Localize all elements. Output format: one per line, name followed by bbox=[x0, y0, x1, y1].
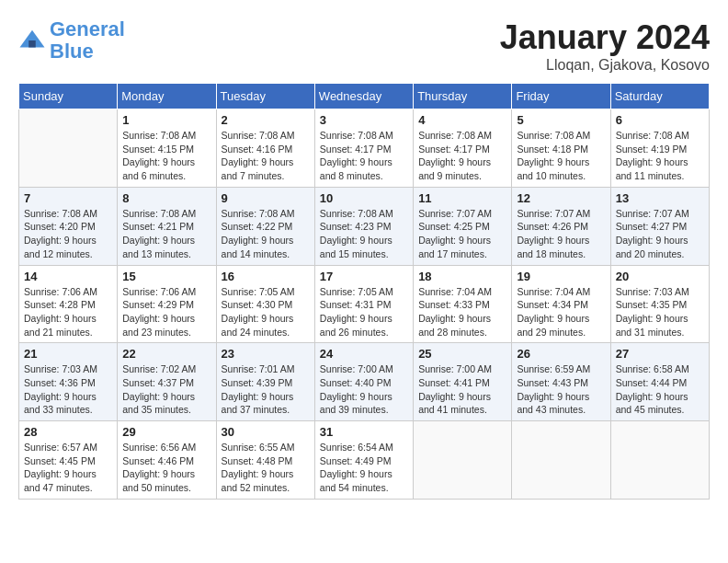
svg-rect-1 bbox=[28, 40, 36, 48]
day-number: 29 bbox=[122, 425, 210, 439]
day-info: Sunrise: 7:08 AMSunset: 4:17 PMDaylight:… bbox=[418, 129, 506, 183]
calendar-cell bbox=[19, 109, 118, 188]
logo-text: General Blue bbox=[50, 18, 125, 63]
day-info: Sunrise: 7:07 AMSunset: 4:26 PMDaylight:… bbox=[517, 207, 605, 261]
title-block: January 2024 Lloqan, Gjakova, Kosovo bbox=[500, 18, 710, 74]
day-number: 1 bbox=[122, 113, 210, 127]
calendar-cell: 26Sunrise: 6:59 AMSunset: 4:43 PMDayligh… bbox=[512, 343, 610, 421]
calendar-cell: 29Sunrise: 6:56 AMSunset: 4:46 PMDayligh… bbox=[118, 421, 216, 500]
calendar-cell bbox=[414, 421, 512, 500]
calendar-cell: 1Sunrise: 7:08 AMSunset: 4:15 PMDaylight… bbox=[118, 109, 216, 188]
calendar-cell: 6Sunrise: 7:08 AMSunset: 4:19 PMDaylight… bbox=[610, 109, 709, 188]
day-of-week-header: Tuesday bbox=[216, 84, 314, 109]
calendar-cell: 9Sunrise: 7:08 AMSunset: 4:22 PMDaylight… bbox=[216, 187, 314, 265]
day-info: Sunrise: 7:08 AMSunset: 4:18 PMDaylight:… bbox=[517, 129, 605, 183]
day-info: Sunrise: 7:08 AMSunset: 4:16 PMDaylight:… bbox=[222, 129, 310, 183]
calendar-week-row: 21Sunrise: 7:03 AMSunset: 4:36 PMDayligh… bbox=[19, 343, 710, 421]
day-number: 13 bbox=[616, 191, 704, 205]
day-of-week-header: Saturday bbox=[610, 84, 709, 109]
day-number: 5 bbox=[517, 113, 605, 127]
day-info: Sunrise: 7:08 AMSunset: 4:23 PMDaylight:… bbox=[320, 207, 408, 261]
day-number: 27 bbox=[616, 347, 704, 361]
day-number: 10 bbox=[320, 191, 408, 205]
calendar-cell: 3Sunrise: 7:08 AMSunset: 4:17 PMDaylight… bbox=[314, 109, 413, 188]
day-info: Sunrise: 7:07 AMSunset: 4:25 PMDaylight:… bbox=[418, 207, 506, 261]
day-info: Sunrise: 6:59 AMSunset: 4:43 PMDaylight:… bbox=[517, 362, 605, 417]
calendar-cell: 28Sunrise: 6:57 AMSunset: 4:45 PMDayligh… bbox=[19, 421, 118, 500]
day-number: 31 bbox=[320, 425, 408, 439]
day-info: Sunrise: 7:08 AMSunset: 4:20 PMDaylight:… bbox=[24, 207, 112, 261]
calendar-week-row: 14Sunrise: 7:06 AMSunset: 4:28 PMDayligh… bbox=[19, 265, 710, 343]
calendar-cell: 8Sunrise: 7:08 AMSunset: 4:21 PMDaylight… bbox=[118, 187, 216, 265]
day-number: 18 bbox=[418, 270, 506, 283]
calendar-cell: 7Sunrise: 7:08 AMSunset: 4:20 PMDaylight… bbox=[19, 187, 118, 265]
calendar-cell: 20Sunrise: 7:03 AMSunset: 4:35 PMDayligh… bbox=[610, 265, 709, 343]
calendar-cell: 16Sunrise: 7:05 AMSunset: 4:30 PMDayligh… bbox=[216, 265, 314, 343]
calendar-cell: 22Sunrise: 7:02 AMSunset: 4:37 PMDayligh… bbox=[118, 343, 216, 421]
calendar-cell: 21Sunrise: 7:03 AMSunset: 4:36 PMDayligh… bbox=[19, 343, 118, 421]
day-info: Sunrise: 7:05 AMSunset: 4:30 PMDaylight:… bbox=[222, 285, 310, 339]
day-info: Sunrise: 6:54 AMSunset: 4:49 PMDaylight:… bbox=[320, 441, 408, 495]
calendar-cell: 18Sunrise: 7:04 AMSunset: 4:33 PMDayligh… bbox=[414, 265, 512, 343]
calendar-cell: 23Sunrise: 7:01 AMSunset: 4:39 PMDayligh… bbox=[216, 343, 314, 421]
calendar-cell: 27Sunrise: 6:58 AMSunset: 4:44 PMDayligh… bbox=[610, 343, 709, 421]
day-of-week-header: Monday bbox=[118, 84, 216, 109]
calendar-cell: 17Sunrise: 7:05 AMSunset: 4:31 PMDayligh… bbox=[314, 265, 413, 343]
day-info: Sunrise: 7:08 AMSunset: 4:21 PMDaylight:… bbox=[122, 207, 210, 261]
calendar-cell: 14Sunrise: 7:06 AMSunset: 4:28 PMDayligh… bbox=[19, 265, 118, 343]
day-number: 30 bbox=[222, 425, 310, 439]
day-number: 14 bbox=[24, 270, 112, 283]
day-number: 19 bbox=[517, 270, 605, 283]
calendar-cell: 12Sunrise: 7:07 AMSunset: 4:26 PMDayligh… bbox=[512, 187, 610, 265]
calendar-header-row: SundayMondayTuesdayWednesdayThursdayFrid… bbox=[19, 84, 710, 109]
calendar-cell bbox=[512, 421, 610, 500]
logo: General Blue bbox=[18, 18, 125, 63]
day-number: 8 bbox=[122, 191, 210, 205]
day-number: 24 bbox=[320, 347, 408, 361]
day-info: Sunrise: 6:57 AMSunset: 4:45 PMDaylight:… bbox=[24, 441, 112, 495]
day-info: Sunrise: 7:00 AMSunset: 4:41 PMDaylight:… bbox=[418, 362, 506, 417]
day-info: Sunrise: 7:07 AMSunset: 4:27 PMDaylight:… bbox=[616, 207, 704, 261]
day-number: 17 bbox=[320, 270, 408, 283]
day-info: Sunrise: 6:58 AMSunset: 4:44 PMDaylight:… bbox=[616, 362, 704, 417]
day-of-week-header: Wednesday bbox=[314, 84, 413, 109]
calendar-cell: 24Sunrise: 7:00 AMSunset: 4:40 PMDayligh… bbox=[314, 343, 413, 421]
calendar-cell: 15Sunrise: 7:06 AMSunset: 4:29 PMDayligh… bbox=[118, 265, 216, 343]
day-number: 15 bbox=[122, 270, 210, 283]
day-number: 2 bbox=[222, 113, 310, 127]
calendar-cell: 4Sunrise: 7:08 AMSunset: 4:17 PMDaylight… bbox=[414, 109, 512, 188]
day-of-week-header: Sunday bbox=[19, 84, 118, 109]
day-info: Sunrise: 7:06 AMSunset: 4:28 PMDaylight:… bbox=[24, 285, 112, 339]
calendar-cell bbox=[610, 421, 709, 500]
calendar-cell: 11Sunrise: 7:07 AMSunset: 4:25 PMDayligh… bbox=[414, 187, 512, 265]
calendar-cell: 19Sunrise: 7:04 AMSunset: 4:34 PMDayligh… bbox=[512, 265, 610, 343]
day-info: Sunrise: 7:04 AMSunset: 4:33 PMDaylight:… bbox=[418, 285, 506, 339]
calendar-week-row: 7Sunrise: 7:08 AMSunset: 4:20 PMDaylight… bbox=[19, 187, 710, 265]
day-number: 22 bbox=[122, 347, 210, 361]
day-number: 11 bbox=[418, 191, 506, 205]
day-of-week-header: Thursday bbox=[414, 84, 512, 109]
day-number: 7 bbox=[24, 191, 112, 205]
day-info: Sunrise: 6:55 AMSunset: 4:48 PMDaylight:… bbox=[222, 441, 310, 495]
day-info: Sunrise: 7:03 AMSunset: 4:36 PMDaylight:… bbox=[24, 362, 112, 417]
day-info: Sunrise: 7:06 AMSunset: 4:29 PMDaylight:… bbox=[122, 285, 210, 339]
day-info: Sunrise: 7:08 AMSunset: 4:19 PMDaylight:… bbox=[616, 129, 704, 183]
day-number: 9 bbox=[222, 191, 310, 205]
calendar-cell: 2Sunrise: 7:08 AMSunset: 4:16 PMDaylight… bbox=[216, 109, 314, 188]
day-info: Sunrise: 7:08 AMSunset: 4:17 PMDaylight:… bbox=[320, 129, 408, 183]
day-number: 3 bbox=[320, 113, 408, 127]
calendar-cell: 30Sunrise: 6:55 AMSunset: 4:48 PMDayligh… bbox=[216, 421, 314, 500]
calendar-cell: 25Sunrise: 7:00 AMSunset: 4:41 PMDayligh… bbox=[414, 343, 512, 421]
day-of-week-header: Friday bbox=[512, 84, 610, 109]
calendar-week-row: 28Sunrise: 6:57 AMSunset: 4:45 PMDayligh… bbox=[19, 421, 710, 500]
day-number: 12 bbox=[517, 191, 605, 205]
day-number: 4 bbox=[418, 113, 506, 127]
calendar-table: SundayMondayTuesdayWednesdayThursdayFrid… bbox=[18, 83, 710, 500]
calendar-cell: 13Sunrise: 7:07 AMSunset: 4:27 PMDayligh… bbox=[610, 187, 709, 265]
calendar-cell: 10Sunrise: 7:08 AMSunset: 4:23 PMDayligh… bbox=[314, 187, 413, 265]
day-info: Sunrise: 7:08 AMSunset: 4:22 PMDaylight:… bbox=[222, 207, 310, 261]
logo-icon bbox=[18, 27, 46, 54]
day-number: 26 bbox=[517, 347, 605, 361]
day-number: 23 bbox=[222, 347, 310, 361]
day-number: 28 bbox=[24, 425, 112, 439]
